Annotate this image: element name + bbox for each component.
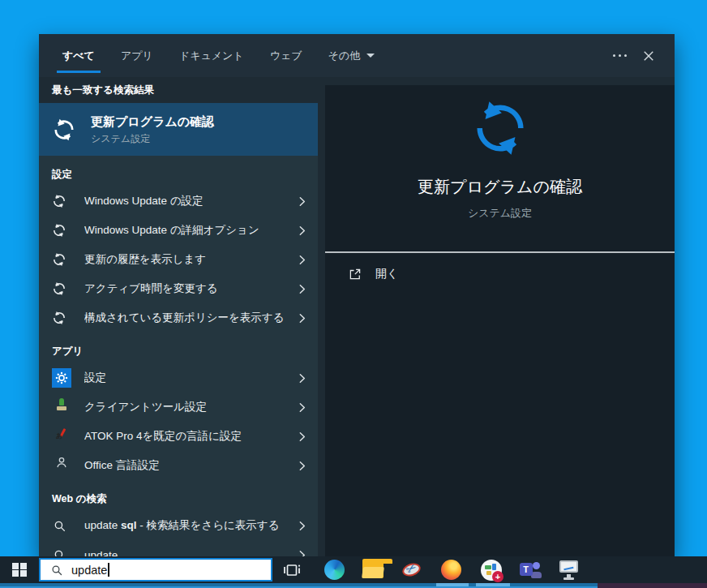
taskbar-file-explorer-button[interactable] [355,556,391,583]
refresh-icon [52,223,66,238]
result-label: update sql - 検索結果をさらに表示する [84,518,296,533]
tab-apps-label: アプリ [121,49,153,63]
tab-apps[interactable]: アプリ [110,34,164,77]
more-options-icon [613,54,627,57]
apps-section-header-label: アプリ [52,345,83,358]
settings-result-windows-update-advanced[interactable]: Windows Update の詳細オプション [39,216,318,245]
taskbar-teams-button[interactable]: T [512,556,548,583]
edge-icon [324,560,345,580]
best-match-subtitle: システム設定 [91,132,214,146]
best-match-text: 更新プログラムの確認 システム設定 [91,114,214,146]
result-label: クライアントツール設定 [84,400,296,414]
result-label: 更新の履歴を表示します [84,252,296,267]
best-match-header-label: 最も一致する検索結果 [52,84,154,97]
chevron-right-icon [296,254,308,266]
refresh-icon [52,311,66,325]
best-match-header: 最も一致する検索結果 [39,77,318,103]
settings-result-active-hours[interactable]: アクティブ時間を変更する [39,274,318,303]
taskbar-firefox-button[interactable] [433,556,469,583]
web-result-update-sql[interactable]: update sql - 検索結果をさらに表示する [39,511,318,540]
chevron-right-icon [296,225,308,237]
chevron-right-icon [296,283,308,295]
best-match-title: 更新プログラムの確認 [91,114,214,129]
open-external-icon [348,267,362,281]
result-label: アクティブ時間を変更する [84,281,296,296]
result-label: Windows Update の詳細オプション [84,223,296,238]
settings-section-header: 設定 [39,156,318,187]
open-action[interactable]: 開く [325,258,675,290]
app-result-client-tools[interactable]: クライアントツール設定 [39,393,318,422]
result-label: 設定 [84,371,296,385]
preview-panel: 更新プログラムの確認 システム設定 開く [318,77,675,556]
strip-purple-segment [598,583,707,588]
collaboration-app-icon: + [481,560,502,581]
app-result-office-language[interactable]: Office 言語設定 [39,451,318,480]
start-icon [12,563,27,577]
open-action-label: 開く [375,267,398,281]
best-match-result[interactable]: 更新プログラムの確認 システム設定 [39,103,318,156]
task-view-button[interactable] [276,556,308,583]
firefox-icon [441,560,461,580]
search-icon [50,564,63,577]
settings-gear-icon [52,368,71,388]
refresh-icon [52,252,66,267]
system-monitor-icon [559,560,580,580]
chevron-down-icon [366,54,375,58]
tab-more-label: その他 [328,49,361,63]
result-label: Office 言語設定 [84,458,296,473]
app-result-settings[interactable]: 設定 [39,363,318,393]
settings-result-update-policies[interactable]: 構成されている更新ポリシーを表示する [39,303,318,333]
taskbar-search-value: update [71,564,107,577]
atok-icon: あ [52,427,71,446]
chevron-right-icon [296,195,308,208]
search-flyout-window: すべて アプリ ドキュメント ウェブ その他 最も一致する検索結果 更新プログラ… [39,34,675,556]
task-view-icon [282,560,302,580]
teams-icon: T [520,560,542,580]
tab-all[interactable]: すべて [52,34,105,77]
chevron-right-icon [296,372,308,384]
results-panel: 最も一致する検索結果 更新プログラムの確認 システム設定 設定 Windows … [39,77,318,556]
refresh-icon [52,281,66,296]
text-caret [108,563,109,577]
close-icon [641,49,656,63]
taskbar-snipping-tool-button[interactable]: ✂ [394,556,430,583]
preview-card: 更新プログラムの確認 システム設定 開く [325,85,675,556]
web-section-header: Web の検索 [39,480,318,511]
settings-result-windows-update-settings[interactable]: Windows Update の設定 [39,187,318,216]
chevron-right-icon [296,431,308,443]
tab-web-label: ウェブ [270,49,302,63]
start-button[interactable] [0,556,39,583]
client-tools-icon [52,397,71,417]
tab-documents-label: ドキュメント [179,49,244,63]
refresh-icon [52,118,76,142]
close-button[interactable] [634,34,663,77]
chevron-right-icon [296,312,308,324]
taskbar-collaboration-app-button[interactable]: + [473,556,509,583]
tab-web[interactable]: ウェブ [259,34,313,77]
snipping-tool-icon: ✂ [401,560,422,580]
file-explorer-icon [362,561,383,578]
more-options-button[interactable] [605,34,634,77]
settings-result-update-history[interactable]: 更新の履歴を表示します [39,245,318,274]
tab-more[interactable]: その他 [318,34,386,77]
search-icon [52,518,66,533]
result-label: 構成されている更新ポリシーを表示する [84,311,296,325]
chevron-right-icon [296,460,308,472]
tab-documents[interactable]: ドキュメント [169,34,255,77]
refresh-icon [470,98,530,158]
search-filter-tabbar: すべて アプリ ドキュメント ウェブ その他 [39,34,675,77]
app-result-atok[interactable]: あ ATOK Pro 4を既定の言語に設定 [39,422,318,451]
chevron-right-icon [296,520,308,532]
preview-subtitle: システム設定 [468,206,532,221]
taskbar-edge-button[interactable] [316,556,352,583]
apps-section-header: アプリ [39,333,318,363]
settings-section-header-label: 設定 [52,168,72,182]
chevron-right-icon [296,401,308,414]
preview-title: 更新プログラムの確認 [418,176,582,198]
web-section-header-label: Web の検索 [52,492,106,506]
taskbar: update ✂ + T [0,556,707,583]
taskbar-search-input[interactable]: update [39,558,272,582]
tabbar-spacer [390,34,605,77]
taskbar-system-monitor-button[interactable] [551,556,587,583]
result-label: Windows Update の設定 [84,194,296,208]
